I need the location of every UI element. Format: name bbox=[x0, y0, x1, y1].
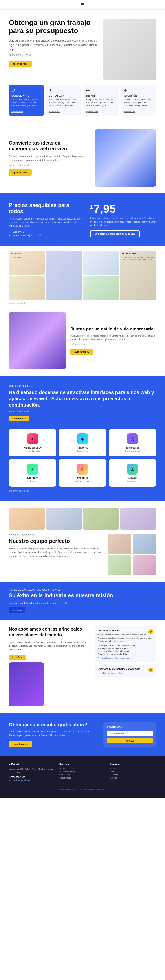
project-card-influence: ◆ Influence Social media bbox=[59, 429, 106, 457]
feature-cards-row: ⬡ CONSULTANTE Sample text. Click to sele… bbox=[0, 80, 165, 123]
footer-link-3[interactable]: Web Design bbox=[60, 774, 105, 776]
universities-post-button[interactable]: Leer Post bbox=[9, 655, 26, 660]
ideas-section: Convierte tus ideas en experiencias web … bbox=[0, 123, 165, 193]
cta-button[interactable]: consulta gratis bbox=[9, 741, 32, 747]
portfolio-item-3 bbox=[83, 251, 119, 275]
rising-logo: ▲ bbox=[27, 433, 38, 444]
mission-icon: ◎ bbox=[86, 88, 116, 93]
navigation: ☰ bbox=[0, 0, 165, 10]
mission-link[interactable]: aprende más bbox=[86, 110, 98, 113]
about-photo-4 bbox=[120, 508, 156, 530]
footer-brand: ● Brand bbox=[9, 763, 55, 766]
footer-phone[interactable]: (+555) 356-9999 bbox=[9, 776, 55, 779]
about-title: Nuestro equipo perfecto bbox=[9, 538, 104, 544]
cta-content: Obtenga su consulta gratis ahora! Lorem … bbox=[9, 722, 156, 747]
speed-title: Su éxito en la industria es nuestra misi… bbox=[9, 592, 156, 598]
uni-card-link-2[interactable]: Learn How to grow your business bbox=[98, 672, 153, 674]
projects-caption: Imágenes de Freepik bbox=[9, 490, 156, 492]
portfolio-sublabel-1: Por Yaui Alberto bbox=[9, 256, 45, 258]
hamburger-icon[interactable]: ☰ bbox=[81, 2, 84, 7]
lifestyle-image-note: Imágenes de fe... bbox=[71, 343, 156, 345]
promote-name: Promote bbox=[63, 476, 102, 479]
newsletter-box: ¡Inscríbeme! ¡Unirse! bbox=[104, 722, 156, 747]
about-photo-sm-2 bbox=[133, 534, 156, 554]
footer: ● Brand Nueva York, 4609 Palmer Air Ab. … bbox=[0, 756, 165, 797]
projects-button[interactable]: aprende más bbox=[9, 416, 30, 422]
hero-learn-more-button[interactable]: aprende más bbox=[9, 60, 32, 67]
ideas-man-image bbox=[94, 129, 156, 187]
hero-content: Obtenga un gran trabajo para su presupue… bbox=[9, 19, 104, 80]
portfolio-item-6 bbox=[83, 276, 119, 301]
footer-email[interactable]: support@youremail.com bbox=[9, 779, 55, 781]
about-tag: SOBRE NOSOTROS bbox=[9, 534, 104, 536]
footer-company-link-4[interactable]: Soporte bbox=[110, 777, 156, 779]
about-photo-1 bbox=[9, 508, 45, 530]
about-photos-top bbox=[9, 508, 156, 530]
feature-card-mission: ◎ MISIÓN Sample text. Click to select th… bbox=[83, 85, 119, 116]
digitally-name: Digitally bbox=[13, 476, 52, 479]
newsletter-button[interactable]: ¡Unirse! bbox=[107, 738, 153, 743]
lifestyle-button[interactable]: aprende más bbox=[71, 348, 93, 355]
universities-man-image bbox=[9, 662, 44, 706]
ideas-button[interactable]: aprende más bbox=[9, 169, 32, 176]
consultant-desc: Sample text. Click to select the text bo… bbox=[11, 98, 41, 107]
uni-card-item-3: Fusce ut facilisis pulvinar elementum bbox=[98, 650, 153, 652]
portfolio-section: MARKETING Por Yaui Alberto FLEXIBILIDAD … bbox=[0, 246, 165, 301]
rising-name: Rising Agency bbox=[13, 446, 52, 449]
footer-grid: ● Brand Nueva York, 4609 Palmer Air Ab. … bbox=[9, 763, 156, 781]
footer-company-link-3[interactable]: Contacto bbox=[110, 774, 156, 776]
uni-card-link-1[interactable]: Business Sustainability Management bbox=[98, 657, 153, 659]
footer-company-link-2[interactable]: Blog bbox=[110, 771, 156, 773]
elevate-name: Elevate bbox=[113, 476, 152, 479]
project-card-digitally: ◈ Digitally Tech startup bbox=[9, 459, 56, 487]
consultant-title: CONSULTANTE bbox=[11, 94, 41, 97]
portfolio-item-1: MARKETING Por Yaui Alberto bbox=[9, 251, 45, 275]
universities-title: Nos asociamos con las principales univer… bbox=[9, 626, 90, 638]
investment-title: INVERSIÓN bbox=[124, 94, 154, 97]
digitally-logo: ◈ bbox=[27, 463, 38, 474]
newsletter-input[interactable] bbox=[107, 731, 153, 736]
strategy-desc: Sample text. Click to select the text bo… bbox=[49, 98, 79, 107]
elevate-logo: ▲ bbox=[127, 463, 138, 474]
footer-link-4[interactable]: Social Media bbox=[60, 777, 105, 779]
hero-title: Obtenga un gran trabajo para su presupue… bbox=[9, 19, 99, 35]
elevate-sub: Business consulting bbox=[113, 480, 152, 482]
digitally-sub: Tech startup bbox=[13, 480, 52, 482]
pricing-description: Pellentesque habitant morbi tristique se… bbox=[9, 217, 83, 228]
speed-button[interactable]: Leer más bbox=[9, 608, 25, 613]
pricing-check2: ✓No se requiere tarjeta de crédito bbox=[9, 234, 83, 237]
influence-name: Influence bbox=[63, 446, 102, 449]
footer-services-col: Servicios Marketing Digital SEO Optimiza… bbox=[60, 763, 105, 781]
feature-card-strategy: ✦ ESTRATEGIA Sample text. Click to selec… bbox=[46, 85, 82, 116]
footer-company-col: Empresa Nosotros Blog Contacto Soporte bbox=[110, 763, 156, 781]
hero-description: Duis aute irure dolor in reprehenderit i… bbox=[9, 39, 99, 52]
speed-section: AGREGUE MÁS VELOCIDAD A SU SITIO WEB Su … bbox=[0, 582, 165, 619]
uni-card-items-1: Lorem ipsum dolor sit amet elit nibh xtr… bbox=[98, 644, 153, 655]
footer-link-1[interactable]: Marketing Digital bbox=[60, 768, 105, 770]
lifestyle-section: Juntos por un estilo de vida empresarial… bbox=[0, 305, 165, 376]
footer-link-2[interactable]: SEO Optimization bbox=[60, 771, 105, 773]
projects-title: He diseñado docenas de atractivas interf… bbox=[9, 390, 156, 408]
portfolio-item-5 bbox=[9, 276, 45, 301]
uni-card-text-1: Inversion sollut sustannt et partumpun n… bbox=[98, 633, 153, 643]
portfolio-label-1: MARKETING bbox=[9, 251, 45, 256]
uni-card-item-2: At volutpat diam ut venenatis tellus bbox=[98, 647, 153, 649]
pricing-amount: £7,95 bbox=[90, 202, 156, 215]
speed-description: Lorem ipsum dolor sit amet, consectetur … bbox=[9, 601, 156, 604]
cta-title: Obtenga su consulta gratis ahora! bbox=[9, 722, 99, 728]
pricing-title: Precios asequibles para todos. bbox=[9, 202, 83, 215]
pricing-currency: £ bbox=[90, 203, 94, 210]
consultant-link[interactable]: aprende más bbox=[11, 110, 23, 113]
pricing-sub-text: Lorem ipsum dolor sit amet, consectetur … bbox=[90, 216, 156, 227]
newsletter-label: ¡Inscríbeme! bbox=[107, 725, 153, 729]
projects-image-note: Imágenes de Freepik bbox=[9, 410, 156, 412]
footer-company-heading: Empresa bbox=[110, 763, 156, 765]
footer-brand-col: ● Brand Nueva York, 4609 Palmer Air Ab. … bbox=[9, 763, 55, 781]
hero-section: Obtenga un gran trabajo para su presupue… bbox=[0, 10, 165, 80]
ideas-image bbox=[94, 129, 156, 187]
investment-link[interactable]: aprende más bbox=[124, 110, 135, 113]
strategy-link[interactable]: aprende más bbox=[49, 110, 61, 113]
pricing-trial-button[interactable]: Comienza la prueba gratuita de 30 días bbox=[90, 230, 140, 237]
footer-copyright: Copyright © 2023 · Todos los derechos re… bbox=[9, 786, 156, 791]
footer-company-link-1[interactable]: Nosotros bbox=[110, 768, 156, 770]
